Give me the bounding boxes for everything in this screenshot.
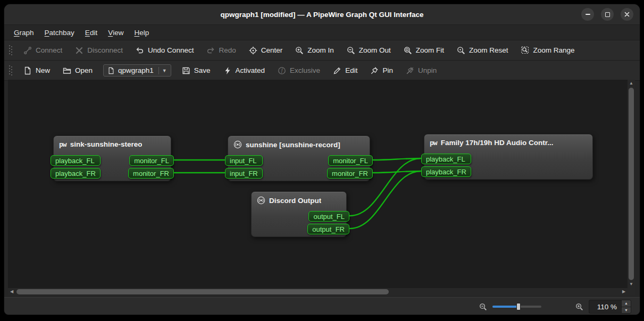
zoom-fit-icon [404,46,412,55]
edit-button[interactable]: Edit [327,63,363,78]
wire-sunshine-monitor-fl-to-family-playback-fl [373,158,421,160]
save-icon [182,66,190,75]
node-header: pw Family 17h/19h HD Audio Contr... [424,134,592,147]
node-ports: playback_FL playback_FR [421,154,596,177]
new-button[interactable]: New [18,63,56,78]
zoom-out-button[interactable]: Zoom Out [341,43,397,58]
menu-help[interactable]: Help [129,25,154,40]
window-controls [581,8,633,21]
port-output-fr[interactable]: output_FR [307,224,349,234]
menu-graph[interactable]: Graph [9,25,39,40]
new-file-icon [23,66,32,75]
connect-label: Connect [36,46,62,54]
menu-view[interactable]: View [103,25,129,40]
undo-connect-button[interactable]: Undo Connect [130,43,199,58]
activated-label: Activated [236,66,265,74]
center-button[interactable]: Center [243,43,289,58]
unpin-button[interactable]: Unpin [400,63,442,78]
redo-button[interactable]: Redo [200,43,241,58]
horizontal-scrollbar[interactable]: ◀ ▶ [8,288,628,295]
zoom-in-button[interactable]: Zoom In [289,43,340,58]
window-title: qpwgraph1 [modified] — A PipeWire Graph … [220,11,423,19]
toolbar-handle[interactable] [9,65,12,76]
node-title: sunshine [sunshine-record] [246,141,340,149]
node-title: Family 17h/19h HD Audio Contr... [441,139,554,147]
patchbay-toolbar: New Open qpwgraph1 ▼ Save Activated f Ex… [4,61,640,81]
pipewire-icon: pw [430,139,437,146]
port-playback-fl[interactable]: playback_FL [421,154,471,164]
connect-icon [23,46,32,55]
port-input-fl[interactable]: input_FL [225,155,263,166]
chevron-down-icon: ▼ [158,67,169,74]
disconnect-button[interactable]: Disconnect [69,43,129,58]
menu-edit[interactable]: Edit [80,25,103,40]
zoom-range-button[interactable]: Zoom Range [515,43,581,58]
scroll-left-arrow[interactable]: ◀ [8,288,15,295]
minimize-button[interactable] [581,8,594,21]
vertical-scroll-thumb[interactable] [629,88,634,280]
stream-icon [233,140,242,149]
port-monitor-fl[interactable]: monitor_FL [129,155,174,166]
save-button[interactable]: Save [176,63,216,78]
zoom-fit-button[interactable]: Zoom Fit [398,43,450,58]
graph-toolbar: Connect Disconnect Undo Connect Redo Cen… [4,40,640,61]
menu-bar: Graph Patchbay Edit View Help [4,25,640,40]
profile-combobox[interactable]: qpwgraph1 ▼ [103,64,171,77]
zoom-range-label: Zoom Range [533,46,575,54]
maximize-button[interactable] [601,8,614,21]
scroll-down-arrow[interactable]: ▼ [628,281,635,288]
port-playback-fr[interactable]: playback_FR [51,168,101,179]
port-monitor-fl[interactable]: monitor_FL [328,155,373,166]
port-monitor-fr[interactable]: monitor_FR [128,168,174,179]
zoom-slider-fill [492,306,518,308]
zoom-value: 110 % [589,300,621,313]
pin-button[interactable]: Pin [364,63,399,78]
open-button[interactable]: Open [57,63,98,78]
connect-button[interactable]: Connect [18,43,68,58]
port-output-fl[interactable]: output_FL [308,211,349,222]
port-playback-fl[interactable]: playback_FL [51,155,101,166]
vertical-scrollbar[interactable]: ▲ ▼ [628,80,635,288]
zoom-reset-icon [457,46,465,55]
menu-patchbay[interactable]: Patchbay [39,25,80,40]
graph-canvas[interactable]: pw sink-sunshine-stereo playback_FL play… [8,80,628,288]
exclusive-button[interactable]: f Exclusive [272,63,326,78]
spin-down-button[interactable]: ▼ [622,307,631,314]
node-title: Discord Output [269,197,321,205]
node-header: pw sink-sunshine-stereo [54,136,171,148]
spin-up-button[interactable]: ▲ [622,300,631,307]
activated-button[interactable]: Activated [218,63,271,78]
scroll-right-arrow[interactable]: ▶ [620,288,628,295]
stream-icon [257,196,265,205]
open-folder-icon [63,66,71,75]
node-ports: output_FL output_FR [248,211,349,234]
toolbar-handle[interactable] [9,45,12,56]
title-bar[interactable]: qpwgraph1 [modified] — A PipeWire Graph … [4,4,640,25]
zoom-slider-handle[interactable] [516,303,521,310]
node-sunshine-record[interactable]: sunshine [sunshine-record] input_FL inpu… [228,136,370,181]
port-monitor-fr[interactable]: monitor_FR [327,168,373,179]
lightning-icon [223,66,232,75]
open-label: Open [75,66,93,74]
port-playback-fr[interactable]: playback_FR [421,166,471,177]
horizontal-scroll-thumb[interactable] [16,289,389,294]
zoom-spinbox[interactable]: 110 % ▲ ▼ [589,300,631,314]
zoom-in-icon [295,46,304,55]
node-family-hd-audio[interactable]: pw Family 17h/19h HD Audio Contr... play… [424,134,593,180]
statusbar-zoom-out-icon[interactable] [479,303,487,311]
node-discord-output[interactable]: Discord Output output_FL output_FR [251,191,347,237]
statusbar-zoom-in-icon[interactable] [575,303,583,311]
scroll-up-arrow[interactable]: ▲ [628,80,635,87]
node-sink-sunshine-stereo[interactable]: pw sink-sunshine-stereo playback_FL play… [53,136,171,181]
undo-icon [136,46,144,55]
edit-label: Edit [345,66,357,74]
zoom-slider[interactable] [492,302,541,311]
redo-label: Redo [219,46,236,54]
node-header: sunshine [sunshine-record] [228,136,370,149]
zoom-reset-button[interactable]: Zoom Reset [451,43,514,58]
profile-value: qpwgraph1 [118,66,154,74]
maximize-icon [605,12,610,17]
node-ports: input_FL input_FR monitor_FL monitor_FR [225,155,373,179]
port-input-fr[interactable]: input_FR [225,168,263,179]
close-button[interactable] [621,8,633,21]
